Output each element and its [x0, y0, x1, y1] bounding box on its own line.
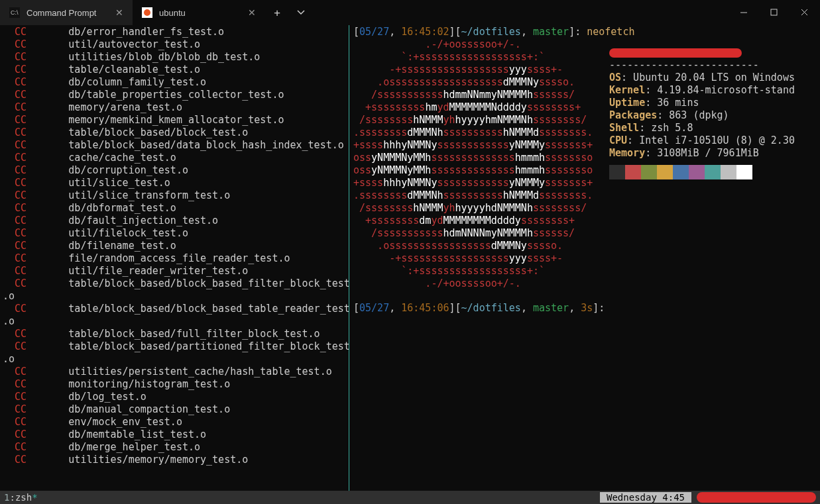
sb-active-marker: * — [32, 492, 37, 503]
build-line: CC db/error_handler_fs_test.o — [3, 26, 346, 38]
minimize-button[interactable] — [729, 0, 759, 25]
build-line: CC table/block_based/block_test.o — [3, 126, 346, 139]
svg-point-3 — [144, 9, 150, 16]
ubuntu-ascii-logo: .-/+oossssoo+/-. `:+ssssssssssssssssss+:… — [353, 38, 593, 290]
svg-rect-5 — [771, 9, 777, 15]
sb-window-index: 1 — [4, 492, 9, 503]
ubuntu-icon — [142, 7, 152, 18]
titlebar: C:\ Command Prompt ✕ ubuntu ✕ + — [0, 0, 820, 25]
build-line: .o — [3, 315, 346, 328]
redacted-user — [609, 48, 742, 58]
neofetch-user — [609, 46, 795, 59]
close-icon[interactable]: ✕ — [115, 7, 123, 18]
build-line: CC table/block_based/block_based_filter_… — [3, 277, 346, 290]
build-line: CC cache/cache_test.o — [3, 152, 346, 164]
build-line: CC table/block_based/partitioned_filter_… — [3, 340, 346, 353]
build-line: CC util/slice_test.o — [3, 177, 346, 189]
build-line: CC db/table_properties_collector_test.o — [3, 89, 346, 101]
build-line: CC utilities/blob_db/blob_db_test.o — [3, 51, 346, 64]
build-line: CC db/corruption_test.o — [3, 164, 346, 177]
build-line: CC db/filename_test.o — [3, 240, 346, 252]
neofetch-info: ------------------------- OS: Ubuntu 20.… — [609, 46, 795, 179]
build-line: CC db/memtable_list_test.o — [3, 428, 346, 441]
right-pane[interactable]: [05/27, 16:45:02][~/dotfiles, master]: n… — [349, 25, 820, 491]
build-line: CC db/log_test.o — [3, 391, 346, 403]
build-line: CC table/cleanable_test.o — [3, 64, 346, 76]
build-line: CC table/block_based/data_block_hash_ind… — [3, 139, 346, 152]
tab-dropdown-button[interactable] — [289, 0, 313, 25]
sb-process: zsh — [15, 492, 32, 503]
maximize-button[interactable] — [759, 0, 790, 25]
build-line: CC util/file_reader_writer_test.o — [3, 265, 346, 277]
neofetch-dashes: ------------------------- — [609, 59, 795, 72]
color-palette — [609, 165, 795, 179]
build-line: .o — [3, 290, 346, 303]
build-line: CC monitoring/histogram_test.o — [3, 378, 346, 391]
build-line: CC utilities/memory/memory_test.o — [3, 454, 346, 466]
prompt-line-2: [05/27, 16:45:06][~/dotfiles, master, 3s… — [353, 302, 605, 315]
tab-ubuntu[interactable]: ubuntu ✕ — [133, 0, 265, 25]
build-line: CC util/autovector_test.o — [3, 38, 346, 51]
tab-label: ubuntu — [159, 8, 186, 18]
cmd-icon: C:\ — [9, 7, 20, 18]
build-line: CC utilities/persistent_cache/hash_table… — [3, 366, 346, 378]
build-line: CC memory/arena_test.o — [3, 101, 346, 114]
build-line: CC file/random_access_file_reader_test.o — [3, 252, 346, 265]
redacted-host — [697, 492, 816, 503]
window-controls — [729, 0, 820, 25]
build-line: CC db/manual_compaction_test.o — [3, 403, 346, 416]
tab-command-prompt[interactable]: C:\ Command Prompt ✕ — [0, 0, 133, 25]
svg-text:C:\: C:\ — [11, 9, 19, 16]
build-line: CC env/mock_env_test.o — [3, 416, 346, 428]
build-line: CC table/block_based/full_filter_block_t… — [3, 328, 346, 340]
new-tab-button[interactable]: + — [265, 0, 289, 25]
prompt-line-1: [05/27, 16:45:02][~/dotfiles, master]: n… — [353, 26, 817, 38]
build-line: CC memory/memkind_kmem_allocator_test.o — [3, 114, 346, 126]
sb-datetime: Wednesday 4:45 — [600, 492, 691, 503]
tmux-statusbar: 1:zsh* Wednesday 4:45 — [0, 491, 820, 504]
build-line: .o — [3, 353, 346, 366]
left-pane[interactable]: CC db/error_handler_fs_test.o CC util/au… — [0, 25, 349, 491]
build-line: CC util/filelock_test.o — [3, 227, 346, 240]
close-icon[interactable]: ✕ — [248, 7, 256, 18]
close-button[interactable] — [790, 0, 820, 25]
build-line: CC table/block_based/block_based_table_r… — [3, 303, 346, 315]
build-line: CC db/column_family_test.o — [3, 76, 346, 89]
build-line: CC db/merge_helper_test.o — [3, 441, 346, 454]
build-line: CC util/slice_transform_test.o — [3, 189, 346, 202]
tab-label: Command Prompt — [27, 8, 96, 18]
build-line: CC db/fault_injection_test.o — [3, 215, 346, 227]
build-line: CC db/dbformat_test.o — [3, 202, 346, 215]
